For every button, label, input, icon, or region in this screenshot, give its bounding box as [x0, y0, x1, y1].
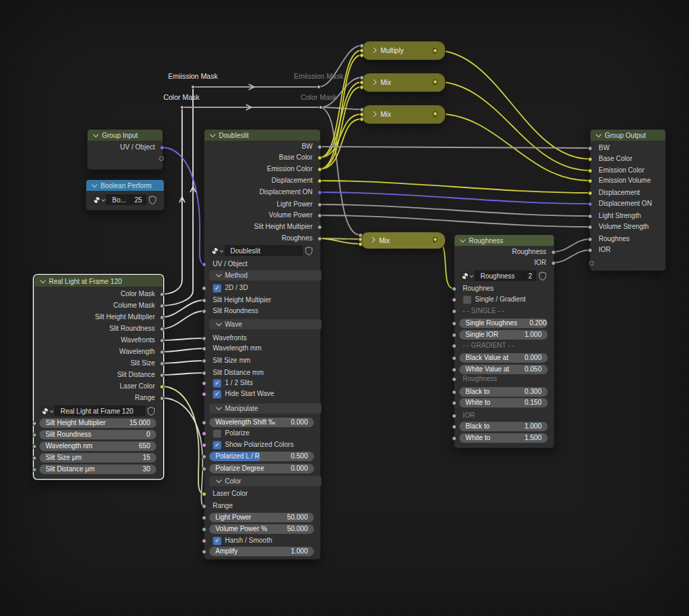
- slit-roundness-slider[interactable]: Slit Roundness0: [39, 430, 156, 439]
- socket-wavelength-mm[interactable]: [202, 346, 207, 351]
- node-editor-canvas[interactable]: Emiission MaskColor MaskEmiission MaskCo…: [0, 0, 689, 616]
- nodetree-browse-icon[interactable]: [459, 270, 475, 281]
- socket-2d-3d[interactable]: [202, 286, 207, 291]
- socket-volume-strength[interactable]: [588, 225, 593, 230]
- reroute-node[interactable]: [180, 105, 184, 109]
- socket-roughnes[interactable]: [452, 287, 457, 291]
- panel-method[interactable]: Method: [209, 270, 321, 280]
- node-link[interactable]: [319, 119, 361, 169]
- collapse-chevron-icon[interactable]: [370, 237, 375, 242]
- node-link[interactable]: [321, 107, 361, 109]
- node-link[interactable]: [435, 50, 590, 159]
- show-polarized-colors-checkbox[interactable]: ✓: [213, 441, 222, 450]
- polarized-l-r-slider[interactable]: Polarized L / R0.500: [209, 452, 314, 461]
- socket-white-to[interactable]: [452, 436, 457, 441]
- white-to-slider[interactable]: White to1.500: [459, 433, 548, 443]
- node-link[interactable]: [162, 348, 204, 352]
- socket-range[interactable]: [202, 504, 207, 509]
- node-link[interactable]: [162, 386, 204, 494]
- node-link[interactable]: [319, 192, 590, 204]
- reroute-node[interactable]: [317, 85, 321, 89]
- single-ior-slider[interactable]: Single IOR1.000: [459, 330, 548, 340]
- socket-slit-roundness[interactable]: [32, 433, 37, 437]
- socket-laser-color[interactable]: [160, 384, 164, 389]
- single-gradient-checkbox[interactable]: [463, 295, 472, 304]
- socket-bw[interactable]: [588, 146, 593, 151]
- socket-mix-3-in[interactable]: [358, 242, 363, 247]
- socket-single-gradient[interactable]: [452, 297, 457, 302]
- socket-silt-height-multiplier[interactable]: [32, 421, 37, 426]
- reroute-node[interactable]: [191, 85, 195, 89]
- socket-colume-mask[interactable]: [160, 304, 164, 308]
- 1-2-slits-checkbox[interactable]: ✓: [213, 379, 222, 388]
- socket-black-to[interactable]: [452, 424, 457, 429]
- socket-mix-2-out[interactable]: [433, 111, 438, 116]
- users-count-button[interactable]: 25: [130, 194, 145, 205]
- fake-user-shield-icon[interactable]: [144, 405, 157, 416]
- socket-amplify[interactable]: [202, 549, 207, 554]
- socket-mix-2-in[interactable]: [359, 117, 364, 122]
- socket-base-color[interactable]: [317, 156, 322, 160]
- socket-roughness[interactable]: [452, 377, 457, 382]
- node-link[interactable]: [162, 107, 182, 294]
- socket-polarize[interactable]: [202, 431, 207, 436]
- socket-uv-object[interactable]: [202, 262, 207, 267]
- socket-wavelength-nm[interactable]: [32, 444, 37, 449]
- slit-distance-m-slider[interactable]: Slit Distance μm30: [39, 465, 156, 474]
- node-link[interactable]: [162, 300, 204, 317]
- nodetree-name-field[interactable]: Doubleslit: [225, 245, 302, 256]
- fake-user-shield-icon[interactable]: [535, 270, 548, 281]
- socket-show-polarized-colors[interactable]: [202, 443, 207, 448]
- socket-mix-3-out[interactable]: [433, 237, 438, 242]
- node-link[interactable]: [162, 338, 204, 340]
- amplify-slider[interactable]: Amplify1.000: [209, 547, 314, 556]
- expand-chevron-icon[interactable]: [93, 132, 99, 137]
- socket-slit-size[interactable]: [160, 361, 164, 366]
- collapse-chevron-icon[interactable]: [371, 79, 376, 84]
- socket-ior[interactable]: [452, 414, 457, 418]
- socket-black-value-at[interactable]: [452, 356, 457, 361]
- socket-mix-1-out[interactable]: [433, 79, 438, 84]
- nodetree-browse-icon[interactable]: [90, 194, 107, 205]
- socket-mix-2-in[interactable]: [359, 112, 364, 117]
- node-link[interactable]: [319, 215, 590, 227]
- black-to-slider[interactable]: Black to1.000: [459, 422, 548, 431]
- socket-slit-distance-mm[interactable]: [202, 371, 207, 376]
- socket-slit-roundness[interactable]: [202, 309, 207, 314]
- socket-ior[interactable]: [588, 248, 593, 253]
- socket-color-mask[interactable]: [160, 292, 164, 297]
- node-link[interactable]: [319, 181, 590, 193]
- socket-gradient[interactable]: [452, 344, 457, 348]
- socket-white-value-at[interactable]: [452, 367, 457, 372]
- socket-mix-1-in[interactable]: [359, 75, 364, 80]
- white-value-at-slider[interactable]: White Value at0.050: [459, 365, 548, 374]
- socket-single-ior[interactable]: [452, 333, 457, 338]
- nodetree-name-field[interactable]: Bo...: [107, 194, 130, 205]
- node-link[interactable]: [162, 398, 204, 506]
- socket-mix-2-in[interactable]: [359, 107, 364, 112]
- socket-multiply-in[interactable]: [359, 48, 364, 53]
- socket-mix-1-in[interactable]: [359, 80, 364, 85]
- socket-white-to[interactable]: [452, 401, 457, 405]
- socket-bw[interactable]: [317, 145, 322, 149]
- socket-multiply-in[interactable]: [359, 43, 364, 48]
- nodetree-browse-icon[interactable]: [39, 405, 55, 416]
- expand-chevron-icon[interactable]: [460, 237, 465, 242]
- socket-ior[interactable]: [551, 261, 556, 266]
- socket-wavefronts[interactable]: [202, 336, 207, 341]
- socket-harsh-smooth[interactable]: [202, 539, 207, 543]
- virtual-socket[interactable]: [159, 156, 164, 161]
- users-count-button[interactable]: 2: [524, 270, 535, 281]
- node-link[interactable]: [162, 147, 204, 264]
- node-link[interactable]: [162, 87, 193, 306]
- socket-emission-color[interactable]: [317, 167, 322, 172]
- socket-slit-height-multipier[interactable]: [202, 298, 207, 303]
- socket-emission-volume[interactable]: [588, 179, 593, 183]
- expand-chevron-icon[interactable]: [210, 132, 215, 137]
- single-roughnes-slider[interactable]: Single Roughnes0.200: [459, 319, 548, 328]
- socket-slit-roundness[interactable]: [160, 327, 164, 331]
- socket-roughnes[interactable]: [588, 237, 593, 242]
- socket-emission-color[interactable]: [588, 168, 593, 173]
- socket-light-strength[interactable]: [588, 214, 593, 219]
- socket-wavefronts[interactable]: [160, 338, 164, 343]
